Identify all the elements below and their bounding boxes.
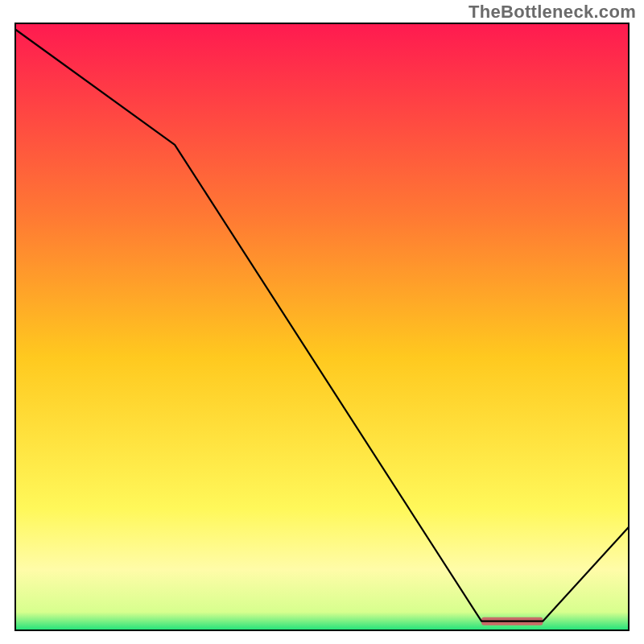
bottleneck-chart <box>0 0 644 644</box>
chart-background <box>15 23 629 630</box>
watermark-text: TheBottleneck.com <box>469 2 636 23</box>
chart-container: TheBottleneck.com <box>0 0 644 644</box>
